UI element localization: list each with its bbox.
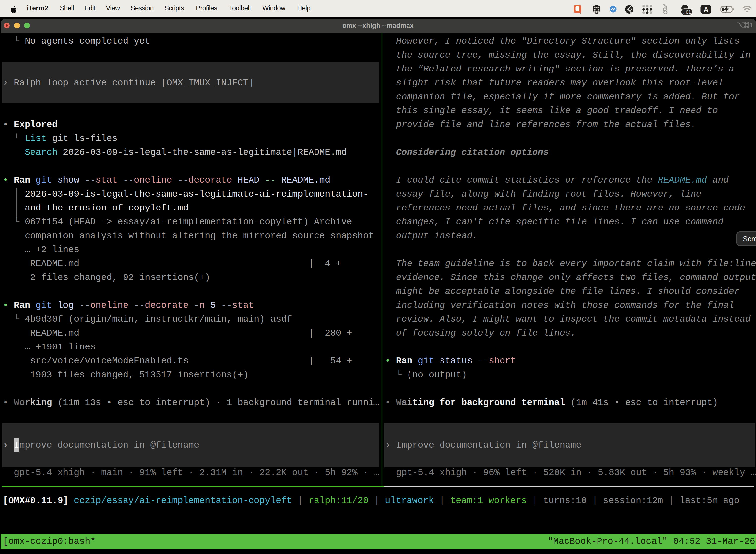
svg-text:1: 1: [750, 22, 752, 28]
svg-text:..61: ..61: [683, 9, 691, 15]
svg-text:A: A: [704, 6, 709, 13]
